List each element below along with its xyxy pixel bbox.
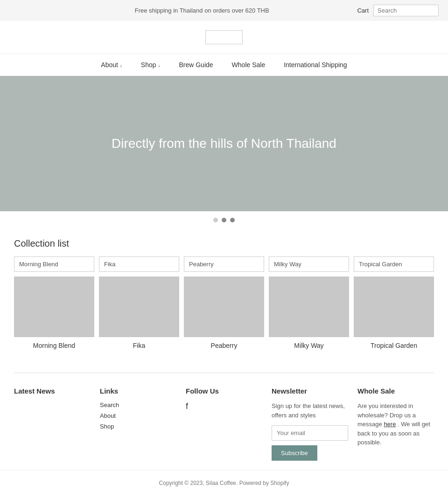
hero-banner: Directly from the hills of North Thailan… [0, 76, 448, 211]
footer-follow: Follow Us f [186, 387, 262, 461]
newsletter-email-input[interactable] [272, 425, 348, 441]
newsletter-description: Sign up for the latest news, offers and … [272, 401, 348, 420]
search-input[interactable] [373, 5, 439, 16]
nav-wholesale[interactable]: Whole Sale [232, 61, 266, 69]
collection-card-morning-blend[interactable]: Morning Blend [14, 277, 94, 349]
logo-area [0, 21, 448, 54]
collection-image-peaberry [184, 277, 264, 337]
top-bar-right: Cart [357, 5, 439, 16]
footer-wholesale: Whole Sale Are you interested in wholesa… [357, 387, 434, 461]
nav-brew-guide[interactable]: Brew Guide [179, 61, 213, 69]
collection-label-fika[interactable]: Fika [99, 256, 179, 272]
collection-name-morning-blend: Morning Blend [33, 342, 75, 349]
shipping-notice: Free shipping in Thailand on orders over… [9, 7, 357, 14]
hero-text: Directly from the hills of North Thailan… [112, 136, 336, 151]
main-nav: About ↓ Shop ↓ Brew Guide Whole Sale Int… [0, 54, 448, 76]
collection-label-tropical-garden[interactable]: Tropical Garden [354, 256, 434, 272]
wholesale-text: Are you interested in wholesale? Drop us… [357, 401, 434, 447]
collection-card-tropical-garden[interactable]: Tropical Garden [354, 277, 434, 349]
wholesale-title: Whole Sale [357, 387, 434, 395]
collection-card-peaberry[interactable]: Peaberry [184, 277, 264, 349]
collection-image-tropical-garden [354, 277, 434, 337]
nav-shop[interactable]: Shop ↓ [141, 61, 161, 69]
wholesale-here-link[interactable]: here [384, 421, 396, 428]
footer-link-shop[interactable]: Shop [100, 423, 176, 430]
slider-dot-1[interactable] [213, 218, 218, 222]
footer-latest-news: Latest News [14, 387, 91, 461]
footer-links: Links Search About Shop [100, 387, 176, 461]
collection-cards: Morning Blend Fika Peaberry Milky Way Tr… [14, 277, 434, 349]
facebook-icon[interactable]: f [186, 401, 188, 411]
footer-newsletter: Newsletter Sign up for the latest news, … [272, 387, 348, 461]
latest-news-title: Latest News [14, 387, 91, 395]
chevron-down-icon: ↓ [158, 63, 160, 68]
slider-dot-3[interactable] [230, 218, 235, 222]
collection-image-milky-way [269, 277, 349, 337]
footer-link-about[interactable]: About [100, 412, 176, 419]
collection-card-milky-way[interactable]: Milky Way [269, 277, 349, 349]
collection-name-peaberry: Peaberry [211, 342, 238, 349]
logo [205, 30, 243, 44]
links-title: Links [100, 387, 176, 395]
collection-label-milky-way[interactable]: Milky Way [269, 256, 349, 272]
collection-name-milky-way: Milky Way [294, 342, 323, 349]
chevron-down-icon: ↓ [120, 63, 122, 68]
collection-label-morning-blend[interactable]: Morning Blend [14, 256, 94, 272]
collection-label-peaberry[interactable]: Peaberry [184, 256, 264, 272]
copyright: Copyright © 2023, Silaa Coffee. Powered … [0, 470, 448, 496]
collection-name-tropical-garden: Tropical Garden [371, 342, 417, 349]
slider-dots [0, 211, 448, 229]
cart-link[interactable]: Cart [357, 7, 369, 14]
collection-section: Collection list Morning Blend Fika Peabe… [0, 229, 448, 359]
nav-international-shipping[interactable]: International Shipping [284, 61, 347, 69]
collection-title: Collection list [14, 238, 434, 249]
collection-image-morning-blend [14, 277, 94, 337]
footer-link-search[interactable]: Search [100, 401, 176, 408]
follow-title: Follow Us [186, 387, 262, 395]
footer: Latest News Links Search About Shop Foll… [0, 373, 448, 470]
newsletter-title: Newsletter [272, 387, 348, 395]
collection-labels: Morning Blend Fika Peaberry Milky Way Tr… [14, 256, 434, 272]
collection-image-fika [99, 277, 179, 337]
nav-about[interactable]: About ↓ [101, 61, 122, 69]
collection-name-fika: Fika [133, 342, 145, 349]
collection-card-fika[interactable]: Fika [99, 277, 179, 349]
subscribe-button[interactable]: Subscribe [272, 445, 317, 461]
top-bar: Free shipping in Thailand on orders over… [0, 0, 448, 21]
slider-dot-2[interactable] [222, 218, 226, 222]
